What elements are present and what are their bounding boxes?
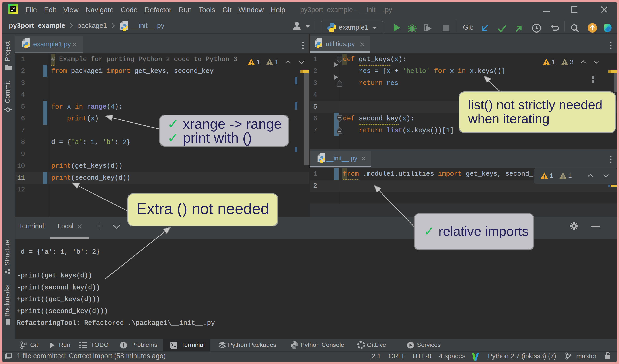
svg-text:PC: PC	[11, 6, 15, 10]
